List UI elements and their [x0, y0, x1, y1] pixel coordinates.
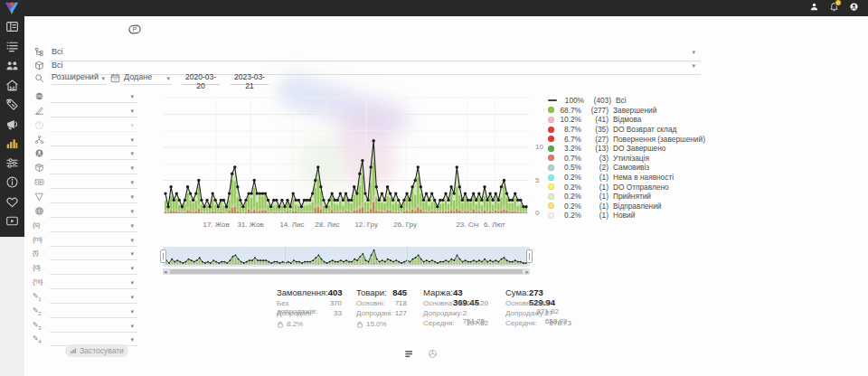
legend-item[interactable]: 100% (403) Всі: [548, 96, 709, 106]
summary-column: Сума:273 529.94Основна:245 871.02Допрода…: [505, 287, 571, 329]
summary-row: Допродажу:27 658.92: [505, 309, 571, 319]
filter-select-signature[interactable]: ▾: [31, 105, 139, 118]
legend-item[interactable]: 8.7% (35) DO Возврат склад: [548, 125, 709, 135]
navigator-mini-chart: [163, 247, 530, 267]
summary-title: Маржа:43 369.45: [423, 287, 488, 299]
source-filter-select[interactable]: Всі ▾: [31, 47, 701, 60]
filter-select-payment[interactable]: ▾: [31, 176, 139, 190]
orders-line-chart[interactable]: [163, 90, 533, 217]
search-mode-value: Розширений: [52, 72, 99, 81]
filter-select-custom-field3[interactable]: ✎3 ▾: [31, 320, 139, 334]
navigator-left-handle[interactable]: [160, 249, 166, 263]
payment-icon: [34, 177, 44, 187]
legend-label: Всі: [616, 96, 627, 105]
sidebar-item-store[interactable]: [5, 79, 19, 92]
legend-item[interactable]: 6.7% (27) Повернення (завершений): [548, 134, 709, 144]
summary-row: Середня:107.62: [423, 319, 488, 329]
scrollbar-thumb[interactable]: ⋯: [170, 269, 523, 274]
filter-select-help[interactable]: ? ▾: [31, 119, 139, 133]
custom-field-icon: ✎3: [33, 321, 41, 331]
list-view-icon[interactable]: [404, 349, 414, 359]
legend-count: (1): [581, 192, 609, 201]
brand-logo-icon[interactable]: [4, 1, 20, 15]
filter-select-brace[interactable]: {s} ▾: [31, 220, 139, 233]
sidebar-item-dashboard[interactable]: [5, 20, 19, 33]
filter-select-brace[interactable]: {%} ▾: [31, 277, 139, 290]
chevron-down-icon: ▾: [130, 164, 134, 171]
legend-item[interactable]: 10.2% (41) Відмова: [548, 115, 709, 125]
filter-select-contact[interactable]: ▾: [31, 147, 139, 161]
sidebar-item-announcements[interactable]: [5, 118, 19, 131]
summary-column: Маржа:43 369.45Основна:40 618.20Допродаж…: [423, 287, 488, 329]
summary-row: Допродажу:2 751.25: [423, 309, 488, 319]
legend-item[interactable]: 0.2% (1) Відправлений: [548, 202, 709, 212]
date-from-input[interactable]: 2020-03-20: [182, 72, 220, 85]
x-axis-label: 31. Жов: [238, 221, 264, 229]
legend-count: (403): [584, 96, 611, 105]
sidebar-item-videos[interactable]: [5, 214, 19, 228]
legend-label: DO Завершено: [613, 144, 665, 153]
signature-icon: [34, 106, 44, 116]
scroll-right-icon[interactable]: ▸: [525, 268, 529, 276]
legend-item[interactable]: 0.2% (1) Новий: [548, 211, 709, 221]
filter-select-custom-field1[interactable]: ✎1 ▾: [31, 291, 139, 305]
filter-select-globe[interactable]: ▾: [31, 205, 139, 219]
date-to-input[interactable]: 2023-03-21: [231, 72, 269, 85]
x-axis-label: 28. Лис: [315, 221, 339, 229]
upsell-share: 8.2%: [277, 319, 342, 329]
notifications-icon[interactable]: [829, 2, 839, 12]
legend-percent: 0.2%: [558, 202, 581, 211]
sidebar-item-customers[interactable]: [5, 59, 19, 72]
chart-navigator[interactable]: [163, 247, 530, 267]
legend-swatch: [548, 117, 554, 123]
sidebar-item-partners[interactable]: [5, 195, 19, 209]
search-icon[interactable]: [34, 73, 44, 83]
legend-item[interactable]: 0.2% (1) Нема в наявності: [548, 173, 709, 183]
sidebar-item-info[interactable]: [5, 175, 19, 189]
navigator-right-handle[interactable]: [526, 249, 533, 263]
legend-count: (277): [581, 106, 609, 115]
legend-item[interactable]: 0.2% (1) DO Отправлено: [548, 182, 709, 192]
legend-item[interactable]: 68.7% (277) Завершений: [548, 106, 709, 116]
filter-select-brace[interactable]: {d} ▾: [31, 262, 139, 276]
calendar-icon: 17: [110, 73, 120, 83]
filter-select-custom-field2[interactable]: ✎2 ▾: [31, 306, 139, 319]
apply-button[interactable]: Застосувати: [65, 344, 128, 357]
sidebar-item-promotions[interactable]: [5, 98, 19, 111]
chart-scrollbar[interactable]: ◂ ⋯ ▸: [163, 268, 530, 275]
category-filter-select[interactable]: Всі ▾: [31, 61, 701, 73]
user-icon[interactable]: [809, 2, 819, 12]
sidebar-item-statistics[interactable]: [5, 136, 19, 150]
summary-title: Замовлення:403: [277, 287, 342, 299]
legend-swatch: [548, 183, 554, 190]
product-view-icon[interactable]: [428, 349, 438, 359]
legend-label: Самовивіз: [613, 163, 649, 172]
legend-percent: 0.7%: [558, 154, 581, 163]
chevron-down-icon: ▾: [130, 122, 134, 128]
legend-item[interactable]: 0.5% (2) Самовивіз: [548, 163, 709, 173]
legend-label: Відмова: [613, 115, 641, 124]
filter-select-planet[interactable]: ▾: [31, 90, 139, 104]
sidebar-item-settings[interactable]: [5, 156, 19, 170]
legend-percent: 10.2%: [558, 115, 581, 124]
legend-count: (41): [581, 115, 609, 124]
account-icon[interactable]: [849, 2, 859, 12]
topbar: [0, 0, 868, 16]
filter-select-brace[interactable]: {t} ▾: [31, 248, 139, 261]
filter-select-funnel[interactable]: ▾: [31, 191, 139, 204]
summary-column: Замовлення:403Без допродажів:370Допродан…: [277, 287, 342, 329]
sidebar-item-orders[interactable]: [5, 40, 19, 53]
filter-select-brace[interactable]: {m} ▾: [31, 234, 139, 248]
promo-tag-icon[interactable]: P: [124, 23, 146, 36]
date-field-select[interactable]: Додане ▾: [124, 72, 172, 85]
legend-label: Прийнятий: [613, 192, 651, 201]
bag-icon: [277, 321, 284, 328]
scroll-left-icon[interactable]: ◂: [164, 268, 167, 276]
search-mode-select[interactable]: Розширений ▾: [52, 72, 107, 85]
filter-select-package[interactable]: ▾: [31, 162, 139, 175]
legend-item[interactable]: 0.2% (1) Прийнятий: [548, 192, 709, 202]
legend-count: (1): [581, 202, 609, 211]
filter-select-sitemap[interactable]: ▾: [31, 134, 139, 147]
legend-item[interactable]: 0.7% (3) Утилізація: [548, 154, 709, 164]
legend-item[interactable]: 3.2% (13) DO Завершено: [548, 144, 709, 154]
